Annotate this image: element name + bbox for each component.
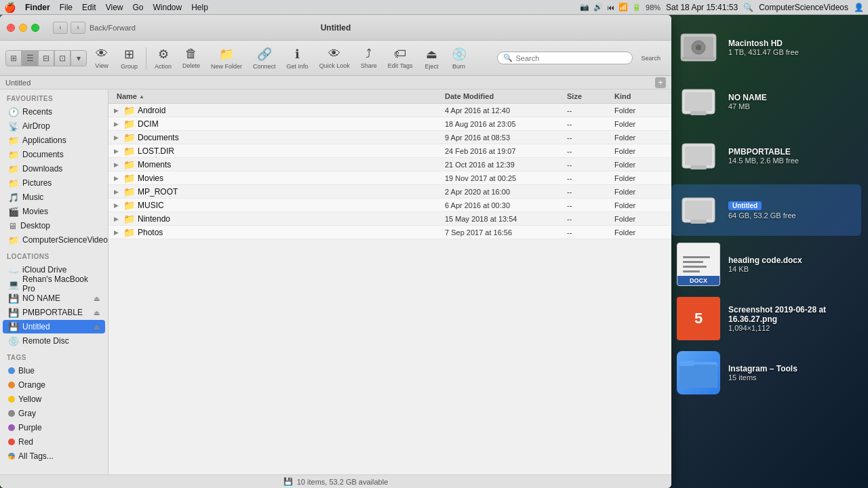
get-info-button[interactable]: ℹ Get Info: [283, 45, 313, 71]
quick-look-button[interactable]: 👁 Quick Look: [315, 45, 354, 70]
menu-go[interactable]: Go: [133, 3, 144, 12]
apple-menu[interactable]: 🍎: [4, 2, 16, 13]
sidebar-item-tag-yellow[interactable]: Yellow: [3, 392, 105, 406]
disclosure-arrow[interactable]: ▶: [114, 175, 121, 182]
disclosure-arrow[interactable]: ▶: [114, 216, 121, 222]
sidebar-item-noname[interactable]: 💾 NO NAME ⏏: [3, 291, 105, 305]
user-icon[interactable]: 👤: [854, 3, 864, 12]
menu-window[interactable]: Window: [153, 3, 182, 12]
sidebar-item-desktop[interactable]: 🖥 Desktop: [3, 219, 105, 232]
eject-button[interactable]: ⏏ Eject: [420, 45, 444, 71]
file-kind: Folder: [612, 174, 666, 182]
search-button[interactable]: Search: [635, 54, 666, 63]
desktop-icon-untitled[interactable]: Untitled 64 GB, 53.2 GB free: [671, 184, 861, 236]
desktop-icon-pmbportable[interactable]: PMBPORTABLE 14.5 MB, 2.6 MB free: [671, 130, 861, 182]
disclosure-arrow[interactable]: ▶: [114, 229, 121, 236]
size-column-header[interactable]: Size: [564, 91, 612, 102]
table-row[interactable]: ▶ 📁 Photos 7 Sep 2017 at 16:56 -- Folder: [108, 226, 671, 239]
group-button[interactable]: ⊞ Group: [117, 45, 142, 71]
desktop-icon-macintosh-hd[interactable]: Macintosh HD 1 TB, 431.47 GB free: [671, 22, 861, 73]
sidebar-item-pmbportable[interactable]: 💾 PMBPORTABLE ⏏: [3, 306, 105, 319]
column-view-button[interactable]: ⊟: [38, 50, 54, 66]
search-input[interactable]: [515, 54, 610, 62]
connect-button[interactable]: 🔗 Connect: [249, 45, 280, 71]
user-name[interactable]: ComputerScienceVideos: [759, 3, 848, 12]
maximize-button[interactable]: [31, 24, 39, 32]
action-button[interactable]: ⚙ Action: [151, 45, 176, 71]
disclosure-arrow[interactable]: ▶: [114, 121, 121, 127]
untitled-drive-info: Untitled 64 GB, 53.2 GB free: [728, 201, 856, 220]
sidebar-item-music[interactable]: 🎵 Music: [3, 190, 105, 204]
table-row[interactable]: ▶ 📁 MP_ROOT 2 Apr 2020 at 16:00 -- Folde…: [108, 185, 671, 199]
file-kind: Folder: [612, 188, 666, 196]
sidebar-item-macbookpro[interactable]: 💻 Rehan's MacBook Pro: [3, 277, 105, 291]
sidebar-item-computersciencevideos[interactable]: 📁 ComputerScienceVideos: [3, 233, 105, 247]
icon-view-button[interactable]: ⊞: [5, 50, 22, 66]
disclosure-arrow[interactable]: ▶: [114, 202, 121, 209]
edit-tags-button[interactable]: 🏷 Edit Tags: [384, 45, 417, 70]
sidebar-item-applications[interactable]: 📁 Applications: [3, 134, 105, 147]
table-row[interactable]: ▶ 📁 Nintendo 15 May 2018 at 13:54 -- Fol…: [108, 212, 671, 226]
table-row[interactable]: ▶ 📁 LOST.DIR 24 Feb 2016 at 19:07 -- Fol…: [108, 144, 671, 158]
sidebar-item-tag-gray[interactable]: Gray: [3, 407, 105, 420]
sidebar-item-pictures[interactable]: 📁 Pictures: [3, 176, 105, 190]
sidebar-item-tag-orange[interactable]: Orange: [3, 378, 105, 392]
csv-label: ComputerScienceVideos: [22, 235, 108, 245]
sidebar-item-tag-all[interactable]: All Tags...: [3, 449, 105, 463]
disclosure-arrow[interactable]: ▶: [114, 161, 121, 168]
sidebar-item-airdrop[interactable]: 📡 AirDrop: [3, 119, 105, 133]
minimize-button[interactable]: [19, 24, 27, 32]
table-row[interactable]: ▶ 📁 Documents 9 Apr 2016 at 08:53 -- Fol…: [108, 131, 671, 144]
menu-view[interactable]: View: [106, 3, 123, 12]
menu-file[interactable]: File: [60, 3, 73, 12]
sidebar-item-recents[interactable]: 🕐 Recents: [3, 105, 105, 119]
table-row[interactable]: ▶ 📁 MUSIC 6 Apr 2016 at 00:30 -- Folder: [108, 199, 671, 212]
view-options-button[interactable]: ▾: [71, 50, 87, 66]
sidebar: Favourites 🕐 Recents 📡 AirDrop 📁 Applica…: [0, 89, 108, 474]
search-menubar-icon[interactable]: 🔍: [743, 3, 753, 12]
burn-button[interactable]: 💿 Burn: [447, 45, 471, 71]
disclosure-arrow[interactable]: ▶: [114, 134, 121, 141]
forward-button[interactable]: ›: [71, 22, 85, 34]
sidebar-item-documents[interactable]: 📁 Documents: [3, 148, 105, 161]
delete-button[interactable]: 🗑 Delete: [178, 45, 204, 70]
close-button[interactable]: [7, 24, 15, 32]
share-button[interactable]: ⤴ Share: [357, 45, 381, 70]
menu-help[interactable]: Help: [191, 3, 208, 12]
list-view-button[interactable]: ☰: [22, 50, 38, 66]
desktop-icon-docx[interactable]: DOCX heading code.docx 14 KB: [671, 239, 861, 290]
sidebar-item-tag-purple[interactable]: Purple: [3, 421, 105, 434]
table-row[interactable]: ▶ 📁 DCIM 18 Aug 2016 at 23:05 -- Folder: [108, 117, 671, 131]
table-row[interactable]: ▶ 📁 Movies 19 Nov 2017 at 00:25 -- Folde…: [108, 171, 671, 185]
menu-edit[interactable]: Edit: [82, 3, 96, 12]
pmb-eject[interactable]: ⏏: [94, 309, 100, 317]
table-row[interactable]: ▶ 📁 Moments 21 Oct 2016 at 12:39 -- Fold…: [108, 158, 671, 171]
desktop-icon-screenshot[interactable]: 5 Screenshot 2019-06-28 at 16.36.27.png …: [671, 293, 861, 344]
status-icons: 📷🔊⏮📶🔋 98%: [580, 3, 660, 12]
disclosure-arrow[interactable]: ▶: [114, 107, 121, 114]
icloud-label: iCloud Drive: [22, 265, 66, 274]
disclosure-arrow[interactable]: ▶: [114, 148, 121, 155]
desktop-icon-noname[interactable]: NO NAME 47 MB: [671, 76, 861, 127]
menu-finder[interactable]: Finder: [25, 3, 50, 12]
add-tab-button[interactable]: +: [655, 77, 666, 88]
sidebar-item-tag-blue[interactable]: Blue: [3, 364, 105, 378]
back-button[interactable]: ‹: [53, 22, 68, 34]
desktop-icon-instagram-tools[interactable]: Instagram – Tools 15 items: [671, 347, 861, 399]
new-folder-button[interactable]: 📁 New Folder: [207, 45, 246, 71]
sidebar-item-tag-red[interactable]: Red: [3, 435, 105, 449]
sidebar-item-untitled[interactable]: 💾 Untitled ⏏: [3, 320, 105, 333]
noname-eject[interactable]: ⏏: [94, 295, 100, 302]
disclosure-arrow[interactable]: ▶: [114, 188, 121, 195]
date-column-header[interactable]: Date Modified: [442, 91, 564, 102]
name-column-header[interactable]: Name ▲: [114, 91, 442, 102]
sidebar-item-movies[interactable]: 🎬 Movies: [3, 205, 105, 218]
view-button[interactable]: 👁 View: [90, 45, 114, 70]
kind-column-header[interactable]: Kind: [612, 91, 666, 102]
sidebar-item-remotedisc[interactable]: 💿 Remote Disc: [3, 334, 105, 348]
table-row[interactable]: ▶ 📁 Android 4 Apr 2016 at 12:40 -- Folde…: [108, 104, 671, 117]
gallery-view-button[interactable]: ⊡: [54, 50, 71, 66]
sidebar-item-downloads[interactable]: 📁 Downloads: [3, 162, 105, 176]
untitled-eject[interactable]: ⏏: [94, 323, 100, 331]
file-size: --: [564, 120, 612, 128]
